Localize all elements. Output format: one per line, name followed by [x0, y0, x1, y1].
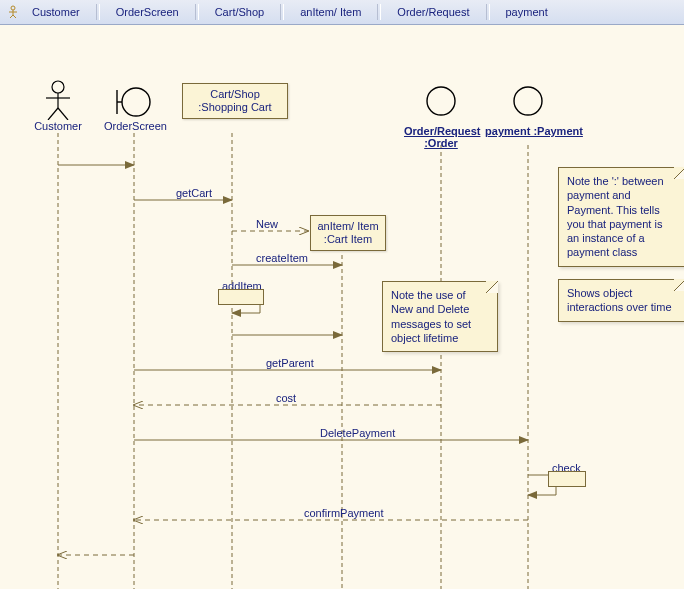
svg-point-29: [427, 87, 455, 115]
toolbar-item-customer[interactable]: Customer: [20, 4, 92, 20]
svg-point-26: [122, 88, 150, 116]
svg-point-0: [11, 6, 15, 10]
svg-line-25: [58, 108, 68, 120]
actor-customer-icon[interactable]: [44, 80, 72, 120]
msg-deletePayment: DeletePayment: [320, 427, 395, 439]
msg-createItem: createItem: [256, 252, 308, 264]
object-orderrequest-label: Order/Request :Order: [404, 125, 478, 149]
boundary-orderscreen-label: OrderScreen: [104, 120, 166, 132]
svg-line-3: [10, 15, 13, 18]
object-orderrequest-icon[interactable]: [425, 85, 457, 117]
toolbar-item-orderrequest[interactable]: Order/Request: [385, 4, 481, 20]
toolbar-item-anitem[interactable]: anItem/ Item: [288, 4, 373, 20]
actor-icon: [6, 5, 20, 19]
separator: [195, 4, 199, 20]
msg-cost: cost: [276, 392, 296, 404]
msg-getParent: getParent: [266, 357, 314, 369]
svg-point-21: [52, 81, 64, 93]
separator: [280, 4, 284, 20]
svg-point-30: [514, 87, 542, 115]
svg-line-24: [48, 108, 58, 120]
object-cartshop[interactable]: Cart/Shop :Shopping Cart: [182, 83, 288, 119]
separator: [377, 4, 381, 20]
separator: [96, 4, 100, 20]
toolbar-item-cartshop[interactable]: Cart/Shop: [203, 4, 277, 20]
msg-confirmPayment: confirmPayment: [304, 507, 383, 519]
toolbar: Customer OrderScreen Cart/Shop anItem/ I…: [0, 0, 684, 25]
note-instance[interactable]: Note the ':' between payment and Payment…: [558, 167, 684, 267]
toolbar-item-payment[interactable]: payment: [494, 4, 560, 20]
toolbar-item-orderscreen[interactable]: OrderScreen: [104, 4, 191, 20]
note-lifetime[interactable]: Note the use of New and Delete messages …: [382, 281, 498, 352]
note-interactions[interactable]: Shows object interactions over time: [558, 279, 684, 322]
diagram-canvas[interactable]: Customer OrderScreen Cart/Shop :Shopping…: [0, 25, 684, 589]
msg-getCart: getCart: [176, 187, 212, 199]
object-payment-icon[interactable]: [512, 85, 544, 117]
separator: [486, 4, 490, 20]
self-box-check: [548, 471, 586, 487]
object-payment-label: payment :Payment: [484, 125, 584, 137]
svg-line-4: [13, 15, 16, 18]
object-anitem[interactable]: anItem/ Item :Cart Item: [310, 215, 386, 251]
actor-customer-label: Customer: [34, 120, 82, 132]
self-box-additem: [218, 289, 264, 305]
boundary-orderscreen-icon[interactable]: [114, 85, 154, 119]
msg-new: New: [256, 218, 278, 230]
